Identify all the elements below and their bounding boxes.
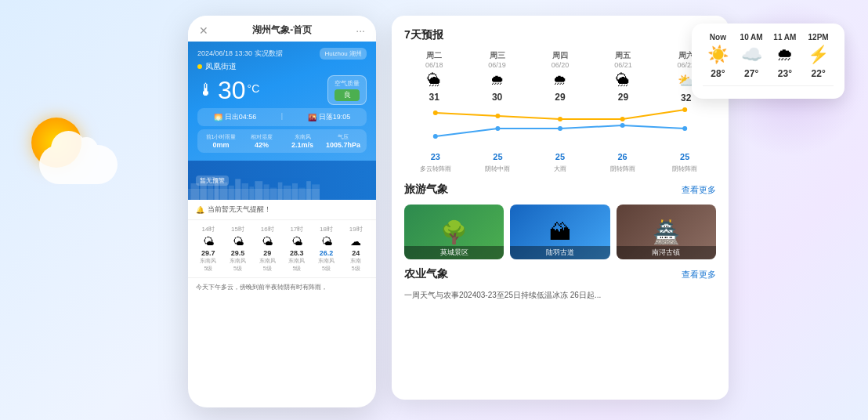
tourism-card-label: 莫城景区 [404, 246, 504, 259]
more-icon[interactable]: ··· [356, 24, 365, 37]
svg-rect-14 [284, 186, 291, 200]
widget-time-label: 10 AM [736, 33, 767, 42]
hourly-time: 18时 [314, 225, 339, 234]
forecast-desc-col: 阴转中雨 [467, 163, 530, 173]
air-quality-value: 良 [335, 89, 360, 101]
svg-point-25 [495, 126, 500, 131]
widget-temp: 27° [736, 68, 767, 79]
svg-point-19 [433, 110, 438, 115]
tourism-card-emoji: 🏔 [549, 219, 571, 245]
svg-rect-18 [312, 184, 320, 200]
agriculture-see-more[interactable]: 查看更多 [682, 269, 716, 281]
hourly-icon: ☁ [343, 235, 368, 248]
temp-curve-chart [404, 107, 716, 146]
huizhou-logo: Huizhou 湖州 [320, 48, 367, 60]
tourism-card-label: 南浔古镇 [617, 246, 716, 259]
forecast-low: 26 [591, 152, 654, 161]
close-icon[interactable]: ✕ [199, 24, 208, 37]
sunset-icon: 🌇 [308, 114, 316, 121]
cloud-icon [39, 145, 118, 184]
tourism-card[interactable]: 🌳 莫城景区 [404, 205, 504, 259]
main-panel: 7天预报 周二 06/18 🌦 31 周三 06/19 🌧 30 周四 06/2… [392, 16, 729, 400]
sunrise-time: 日出04:56 [225, 112, 257, 122]
seven-day-section: 7天预报 周二 06/18 🌦 31 周三 06/19 🌧 30 周四 06/2… [404, 28, 716, 173]
svg-point-26 [558, 126, 562, 131]
forecast-desc: 阴转中雨 [467, 165, 530, 173]
hourly-temp: 29.7 [196, 249, 221, 257]
desc-row: 多云转阵雨阴转中雨大雨阴转阵雨阴转阵雨 [404, 163, 716, 173]
svg-point-23 [682, 107, 687, 112]
forecast-icon: 🌧 [467, 72, 526, 89]
svg-rect-7 [235, 179, 241, 200]
widget-temp: 22° [803, 68, 834, 79]
tourism-card[interactable]: 🏔 陆羽古道 [510, 205, 609, 259]
forecast-low: 25 [529, 152, 591, 161]
seven-day-header: 7天预报 [404, 28, 716, 42]
tourism-card-label: 陆羽古道 [510, 246, 609, 259]
svg-rect-16 [298, 188, 305, 200]
hourly-icon: 🌤 [255, 235, 280, 248]
tourism-cards: 🌳 莫城景区 🏔 陆羽古道 🏯 南浔古镇 [404, 205, 716, 259]
hourly-item: 19时 ☁ 24 东南 5级 [343, 225, 368, 273]
forecast-desc: 阴转阵雨 [653, 165, 716, 173]
forecast-icon: 🌦 [593, 72, 653, 89]
hourly-wind: 东南 5级 [343, 257, 368, 273]
hourly-icon: 🌤 [226, 235, 251, 248]
svg-point-21 [558, 117, 562, 121]
svg-rect-13 [278, 183, 283, 200]
hourly-wind: 东南风 5级 [226, 257, 251, 273]
widget-temp: 23° [770, 68, 801, 79]
forecast-low: 25 [467, 152, 530, 161]
stat-humidity: 相对湿度 42% [242, 133, 281, 149]
forecast-low: 23 [404, 152, 467, 161]
tourism-section: 旅游气象 查看更多 🌳 莫城景区 🏔 陆羽古道 🏯 南浔古镇 [404, 183, 716, 259]
phone-header: ✕ 湖州气象-首页 ··· [188, 16, 376, 42]
svg-rect-17 [306, 181, 311, 200]
hourly-item: 15时 🌤 29.5 东南风 5级 [226, 225, 251, 273]
notice-icon: 🔔 [196, 206, 204, 214]
air-quality-label: 空气质量 [335, 79, 360, 88]
svg-rect-5 [220, 183, 228, 200]
forecast-low-col: 25 [529, 152, 591, 161]
phone-mockup: ✕ 湖州气象-首页 ··· 2024/06/18 13:30 实况数据 Huiz… [188, 16, 376, 407]
tourism-card-emoji: 🌳 [440, 219, 468, 245]
hourly-icon: 🌤 [196, 235, 221, 248]
widget-weather-icon: ☀️ [703, 45, 733, 65]
forecast-high: 30 [467, 92, 526, 103]
hourly-temp: 29.5 [226, 249, 251, 257]
hourly-temp: 28.3 [284, 249, 309, 257]
widget-weather-icon: ☁️ [736, 45, 767, 65]
hourly-item: 14时 🌤 29.7 东南风 5级 [196, 225, 221, 273]
svg-rect-1 [191, 183, 200, 200]
widget-time-col: 10 AM ☁️ 27° [736, 33, 767, 79]
tourism-card[interactable]: 🏯 南浔古镇 [617, 205, 716, 259]
forecast-grid: 周二 06/18 🌦 31 周三 06/19 🌧 30 周四 06/20 🌧 2… [404, 50, 716, 103]
widget-time-label: Now [703, 33, 733, 42]
hourly-time: 14时 [196, 225, 221, 234]
widget-weather-icon: ⚡ [803, 45, 834, 65]
hourly-temp: 29 [255, 249, 280, 257]
location-dot [197, 64, 202, 69]
tourism-see-more[interactable]: 查看更多 [682, 184, 716, 196]
forecast-desc: 多云转阵雨 [404, 165, 467, 173]
svg-rect-9 [249, 186, 254, 200]
widget-header: Now ☀️ 28° 10 AM ☁️ 27° 11 AM 🌧 23° 12PM… [703, 33, 834, 79]
temp-row: 🌡 30 °C 空气质量 良 [197, 75, 367, 105]
temperature-value: 30 [218, 78, 246, 103]
hourly-section: 14时 🌤 29.7 东南风 5级 15时 🌤 29.5 东南风 5级 16时 … [188, 220, 376, 277]
widget-time-label: 12PM [803, 33, 834, 42]
agriculture-section: 农业气象 查看更多 一周天气与农事202403-23至25日持续低温冰冻 26日… [404, 267, 716, 301]
hourly-row: 14时 🌤 29.7 东南风 5级 15时 🌤 29.5 东南风 5级 16时 … [196, 225, 368, 273]
hourly-wind: 东南风 5级 [196, 257, 221, 273]
forecast-date: 06/19 [467, 61, 526, 69]
svg-point-27 [620, 123, 625, 128]
forecast-icon: 🌦 [404, 72, 464, 89]
hourly-time: 15时 [226, 225, 251, 234]
svg-point-28 [682, 126, 687, 131]
weather-top-section: 2024/06/18 13:30 实况数据 Huizhou 湖州 凤凰街道 🌡 … [188, 42, 376, 161]
forecast-desc-col: 大雨 [529, 163, 591, 173]
temperature-unit: °C [248, 82, 260, 95]
hourly-wind: 东南风 5级 [255, 257, 280, 273]
svg-rect-15 [292, 183, 298, 200]
forecast-desc-col: 阴转阵雨 [591, 163, 654, 173]
